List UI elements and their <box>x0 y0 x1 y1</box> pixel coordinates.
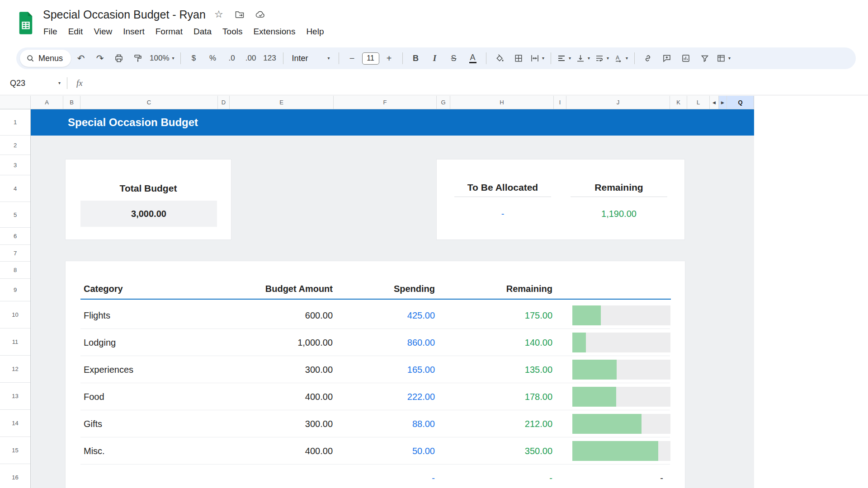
menu-data[interactable]: Data <box>188 25 217 38</box>
totals-remaining[interactable]: - <box>439 465 552 488</box>
header-category[interactable]: Category <box>84 279 123 299</box>
insert-chart-button[interactable] <box>677 50 695 67</box>
format-percent-button[interactable]: % <box>204 50 222 67</box>
column-header-l[interactable]: L <box>687 96 710 109</box>
cell-remaining[interactable]: 178.00 <box>439 383 552 410</box>
select-all-corner[interactable] <box>0 96 31 109</box>
fill-color-button[interactable] <box>491 50 509 67</box>
row-header[interactable]: 16 <box>0 464 30 488</box>
menu-tools[interactable]: Tools <box>217 25 248 38</box>
column-header-g[interactable]: G <box>437 96 450 109</box>
table-row-experiences[interactable]: Experiences 300.00 165.00 135.00 <box>66 356 685 383</box>
row-header[interactable]: 12 <box>0 356 30 383</box>
table-row-lodging[interactable]: Lodging 1,000.00 860.00 140.00 <box>66 329 685 356</box>
table-row-misc[interactable]: Misc. 400.00 50.00 350.00 <box>66 437 685 465</box>
vertical-align-button[interactable]: ▾ <box>574 50 592 67</box>
cell-spending[interactable]: 165.00 <box>322 356 435 383</box>
table-views-button[interactable]: ▾ <box>715 50 733 67</box>
text-color-button[interactable]: A <box>464 50 482 67</box>
sheets-logo-icon[interactable] <box>17 11 34 35</box>
cell-spending[interactable]: 860.00 <box>322 329 435 356</box>
to-be-allocated-value[interactable]: - <box>454 205 551 223</box>
font-size-input[interactable]: 11 <box>362 52 379 65</box>
table-totals-row[interactable]: - - - <box>66 465 685 488</box>
column-header-e[interactable]: E <box>230 96 334 109</box>
column-header-f[interactable]: F <box>334 96 437 109</box>
text-rotation-button[interactable]: A ▾ <box>612 50 630 67</box>
row-header[interactable]: 1 <box>0 109 30 136</box>
star-icon[interactable]: ☆ <box>211 7 226 22</box>
cell-spending[interactable]: 222.00 <box>322 383 435 410</box>
row-header[interactable]: 4 <box>0 175 30 202</box>
row-header[interactable]: 9 <box>0 279 30 301</box>
print-button[interactable] <box>110 50 128 67</box>
paint-format-button[interactable] <box>129 50 147 67</box>
row-header[interactable]: 5 <box>0 202 30 228</box>
row-header[interactable]: 2 <box>0 136 30 155</box>
menu-edit[interactable]: Edit <box>63 25 89 38</box>
cell-spending[interactable]: 425.00 <box>322 302 435 329</box>
menu-insert[interactable]: Insert <box>118 25 150 38</box>
totals-trailing[interactable]: - <box>572 465 670 488</box>
menu-help[interactable]: Help <box>301 25 329 38</box>
cell-remaining[interactable]: 175.00 <box>439 302 552 329</box>
zoom-select[interactable]: 100% ▾ <box>148 50 176 67</box>
column-header-h[interactable]: H <box>450 96 554 109</box>
sheet-canvas[interactable]: Special Occasion Budget Total Budget 3,0… <box>31 109 754 488</box>
font-family-select[interactable]: Inter ▾ <box>288 50 335 67</box>
column-header-c[interactable]: C <box>80 96 218 109</box>
cell-category[interactable]: Misc. <box>84 437 105 465</box>
column-header-k[interactable]: K <box>670 96 687 109</box>
row-header[interactable]: 8 <box>0 262 30 279</box>
bold-button[interactable]: B <box>407 50 425 67</box>
move-folder-icon[interactable] <box>232 7 247 22</box>
horizontal-align-button[interactable]: ▾ <box>555 50 573 67</box>
cell-budget[interactable]: 1,000.00 <box>220 329 333 356</box>
cell-category[interactable]: Flights <box>84 302 110 329</box>
cell-budget[interactable]: 400.00 <box>220 383 333 410</box>
increase-font-size-button[interactable]: + <box>380 50 398 67</box>
row-header[interactable]: 13 <box>0 383 30 410</box>
column-header-d[interactable]: D <box>218 96 230 109</box>
cell-budget[interactable]: 600.00 <box>220 302 333 329</box>
column-header-b[interactable]: B <box>63 96 80 109</box>
strikethrough-button[interactable]: S <box>445 50 463 67</box>
allocation-remaining-value[interactable]: 1,190.00 <box>571 205 667 223</box>
row-header[interactable]: 14 <box>0 410 30 437</box>
increase-decimals-button[interactable]: .00 <box>242 50 260 67</box>
column-header-j[interactable]: J <box>566 96 670 109</box>
cell-remaining[interactable]: 135.00 <box>439 356 552 383</box>
table-row-gifts[interactable]: Gifts 300.00 88.00 212.00 <box>66 410 685 437</box>
banner-cell[interactable]: Special Occasion Budget <box>31 109 754 136</box>
more-formats-button[interactable]: 123 <box>261 50 279 67</box>
decrease-decimals-button[interactable]: .0 <box>223 50 241 67</box>
menu-file[interactable]: File <box>38 25 63 38</box>
cell-budget[interactable]: 300.00 <box>220 410 333 437</box>
table-row-flights[interactable]: Flights 600.00 425.00 175.00 <box>66 302 685 329</box>
format-currency-button[interactable]: $ <box>185 50 203 67</box>
row-header[interactable]: 15 <box>0 437 30 464</box>
header-remaining[interactable]: Remaining <box>439 279 552 299</box>
row-header[interactable]: 11 <box>0 328 30 356</box>
text-wrap-button[interactable]: ▾ <box>593 50 611 67</box>
cell-category[interactable]: Experiences <box>84 356 133 383</box>
menu-extensions[interactable]: Extensions <box>248 25 301 38</box>
toolbar-menus-button[interactable]: Menus <box>20 50 71 67</box>
cell-spending[interactable]: 88.00 <box>322 410 435 437</box>
undo-button[interactable]: ↶ <box>72 50 90 67</box>
row-header[interactable]: 6 <box>0 228 30 245</box>
redo-button[interactable]: ↷ <box>91 50 109 67</box>
cell-remaining[interactable]: 140.00 <box>439 329 552 356</box>
cell-budget[interactable]: 300.00 <box>220 356 333 383</box>
column-header-i[interactable]: I <box>554 96 566 109</box>
cell-spending[interactable]: 50.00 <box>322 437 435 465</box>
total-budget-value[interactable]: 3,000.00 <box>80 201 217 227</box>
hidden-columns-right-icon[interactable]: ▶ <box>719 96 727 109</box>
totals-spending[interactable]: - <box>322 465 435 488</box>
table-row-food[interactable]: Food 400.00 222.00 178.00 <box>66 383 685 410</box>
hidden-columns-left-icon[interactable]: ◀ <box>710 96 719 109</box>
cell-category[interactable]: Gifts <box>84 410 102 437</box>
cell-budget[interactable]: 400.00 <box>220 437 333 465</box>
menu-format[interactable]: Format <box>150 25 188 38</box>
column-header-a[interactable]: A <box>31 96 63 109</box>
